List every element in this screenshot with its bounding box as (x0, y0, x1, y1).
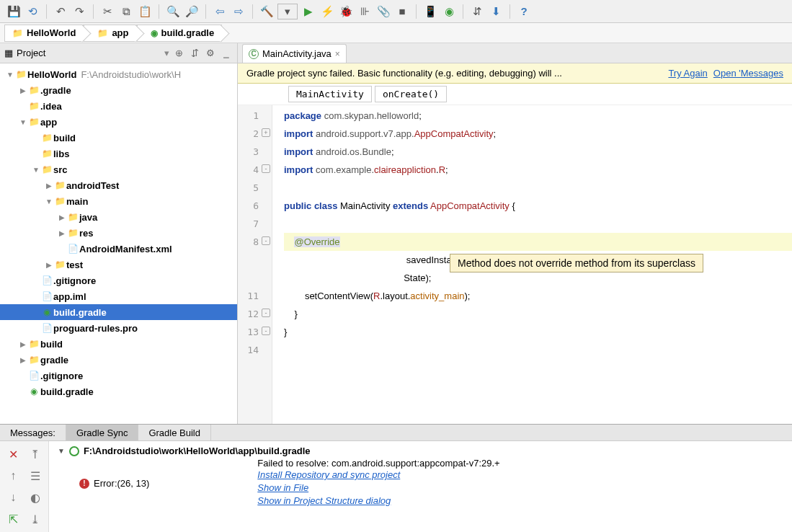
tree-item-app[interactable]: ▼📁app (0, 114, 237, 130)
tree-item-java[interactable]: ▶📁java (0, 209, 237, 225)
profile-icon[interactable]: ⊪ (357, 4, 373, 19)
forward-icon[interactable]: ⇨ (231, 4, 246, 19)
code-line[interactable]: setContentView(R.layout.activity_main); (284, 287, 792, 305)
tree-item--gitignore[interactable]: 📄.gitignore (0, 272, 237, 288)
code-line[interactable]: } (284, 323, 792, 341)
tree-item-androidtest[interactable]: ▶📁androidTest (0, 177, 237, 193)
gear-icon[interactable]: ⚙ (204, 47, 217, 60)
code-line[interactable]: import android.os.Bundle; (284, 143, 792, 161)
tree-item-test[interactable]: ▶📁test (0, 257, 237, 272)
crumb-build.gradle[interactable]: ◉build.gradle (137, 25, 223, 42)
paste-icon[interactable]: 📋 (137, 4, 153, 19)
code-line[interactable]: import android.support.v7.app.AppCompatA… (284, 125, 792, 143)
collapse-icon[interactable]: ⤒ (25, 444, 46, 464)
tree-item-main[interactable]: ▼📁main (0, 193, 237, 209)
show-in-structure-link[interactable]: Show in Project Structure dialog (257, 495, 499, 507)
code-area[interactable]: 12+34-5678-1112-13-14 package com.skypan… (238, 105, 792, 424)
export-icon[interactable]: ⇱ (3, 509, 24, 529)
undo-icon[interactable]: ↶ (53, 4, 68, 19)
save-icon[interactable]: 💾 (6, 4, 22, 19)
import-icon[interactable]: ⤓ (25, 509, 46, 529)
redo-icon[interactable]: ↷ (71, 4, 87, 19)
tree-item-res[interactable]: ▶📁res (0, 225, 237, 241)
tree-arrow-icon[interactable]: ▼ (19, 118, 27, 126)
code-line[interactable] (284, 341, 792, 359)
code-line[interactable]: package com.skypan.helloworld; (284, 107, 792, 125)
fold-icon[interactable]: - (262, 327, 270, 335)
tree-item--gitignore[interactable]: 📄.gitignore (0, 368, 237, 384)
cut-icon[interactable]: ✂ (99, 4, 115, 19)
editor-tab[interactable]: C MainActivity.java × (242, 44, 347, 63)
fold-icon[interactable]: + (262, 128, 270, 137)
tree-item--idea[interactable]: 📁.idea (0, 98, 237, 114)
filter-icon[interactable]: ◐ (25, 487, 46, 507)
gradle-sync-tab[interactable]: Gradle Sync (66, 425, 139, 440)
down-icon[interactable]: ↓ (3, 487, 24, 507)
tree-item--gradle[interactable]: ▶📁.gradle (0, 82, 237, 98)
tree-item-build[interactable]: ▶📁build (0, 336, 237, 352)
nav-class[interactable]: MainActivity (288, 86, 372, 102)
tree-item-gradle[interactable]: ▶📁gradle (0, 352, 237, 368)
code-line[interactable]: import com.example.claireappliction.R; (284, 161, 792, 179)
expand-icon[interactable]: ☰ (25, 466, 46, 486)
message-header[interactable]: ▼ F:\Androidstudio\work\HelloWorld\app\b… (58, 445, 783, 456)
code-line[interactable]: @Override (284, 233, 792, 251)
copy-icon[interactable]: ⧉ (118, 4, 134, 19)
tree-item-proguard-rules-pro[interactable]: 📄proguard-rules.pro (0, 320, 237, 336)
tree-item-build[interactable]: 📁build (0, 130, 237, 146)
fold-icon[interactable]: - (262, 309, 270, 317)
tree-item-build-gradle[interactable]: ◉build.gradle (0, 304, 237, 320)
show-in-file-link[interactable]: Show in File (257, 482, 499, 495)
hide-icon[interactable]: ⎯ (220, 47, 233, 60)
zoom-in-icon[interactable]: 🔍 (165, 4, 181, 19)
tree-arrow-icon[interactable]: ▼ (32, 166, 40, 174)
gradle-build-tab[interactable]: Gradle Build (138, 425, 211, 440)
crumb-app[interactable]: 📁app (84, 25, 136, 42)
tree-arrow-icon[interactable]: ▶ (58, 229, 66, 237)
stop-icon[interactable]: ■ (394, 4, 410, 19)
nav-method[interactable]: onCreate() (375, 86, 447, 102)
tree-item-build-gradle[interactable]: ◉build.gradle (0, 384, 237, 399)
close-icon[interactable]: ✕ (3, 444, 24, 464)
tree-item-src[interactable]: ▼📁src (0, 161, 237, 177)
tree-item-androidmanifest-xml[interactable]: 📄AndroidManifest.xml (0, 241, 237, 257)
code-line[interactable] (284, 179, 792, 197)
flash-icon[interactable]: ⚡ (319, 4, 335, 19)
up-icon[interactable]: ↑ (3, 466, 24, 486)
sdk-icon[interactable]: ◉ (441, 4, 457, 19)
code-line[interactable] (284, 215, 792, 233)
open-messages-link[interactable]: Open 'Messages (713, 68, 783, 79)
zoom-out-icon[interactable]: 🔎 (184, 4, 200, 19)
run-icon[interactable]: ▶ (301, 4, 316, 19)
tree-item-libs[interactable]: 📁libs (0, 146, 237, 161)
tree-arrow-icon[interactable]: ▶ (19, 340, 27, 348)
fold-icon[interactable]: - (262, 164, 270, 173)
tree-arrow-icon[interactable]: ▼ (6, 71, 14, 79)
help-icon[interactable]: ? (516, 4, 532, 19)
debug-icon[interactable]: 🐞 (338, 4, 354, 19)
crumb-helloworld[interactable]: 📁HelloWorld (4, 25, 84, 42)
tree-arrow-icon[interactable]: ▶ (19, 87, 27, 94)
expand-arrow-icon[interactable]: ▼ (58, 447, 65, 455)
build-icon[interactable]: 🔨 (259, 4, 275, 19)
tree-arrow-icon[interactable]: ▶ (19, 356, 27, 364)
tree-arrow-icon[interactable]: ▶ (45, 261, 53, 269)
project-tree[interactable]: ▼📁HelloWorldF:\Androidstudio\work\H▶📁.gr… (0, 63, 237, 424)
tree-arrow-icon[interactable]: ▼ (45, 198, 53, 205)
messages-tab[interactable]: Messages: (0, 425, 66, 440)
collapse-icon[interactable]: ⇵ (188, 47, 201, 60)
attach-icon[interactable]: 📎 (375, 4, 391, 19)
download-icon[interactable]: ⬇ (488, 4, 504, 19)
avd-icon[interactable]: 📱 (422, 4, 438, 19)
tree-item-app-iml[interactable]: 📄app.iml (0, 288, 237, 304)
tree-item-helloworld[interactable]: ▼📁HelloWorldF:\Androidstudio\work\H (0, 66, 237, 82)
tree-arrow-icon[interactable]: ▶ (58, 213, 66, 221)
close-icon[interactable]: × (335, 49, 340, 59)
back-icon[interactable]: ⇦ (212, 4, 228, 19)
sync-icon[interactable]: ⇵ (469, 4, 485, 19)
dropdown-icon[interactable]: ▾ (277, 4, 298, 19)
code-line[interactable]: } (284, 305, 792, 323)
install-repo-link[interactable]: Install Repository and sync project (257, 469, 499, 482)
refresh-icon[interactable]: ⟲ (25, 4, 40, 19)
code-line[interactable]: public class MainActivity extends AppCom… (284, 197, 792, 215)
